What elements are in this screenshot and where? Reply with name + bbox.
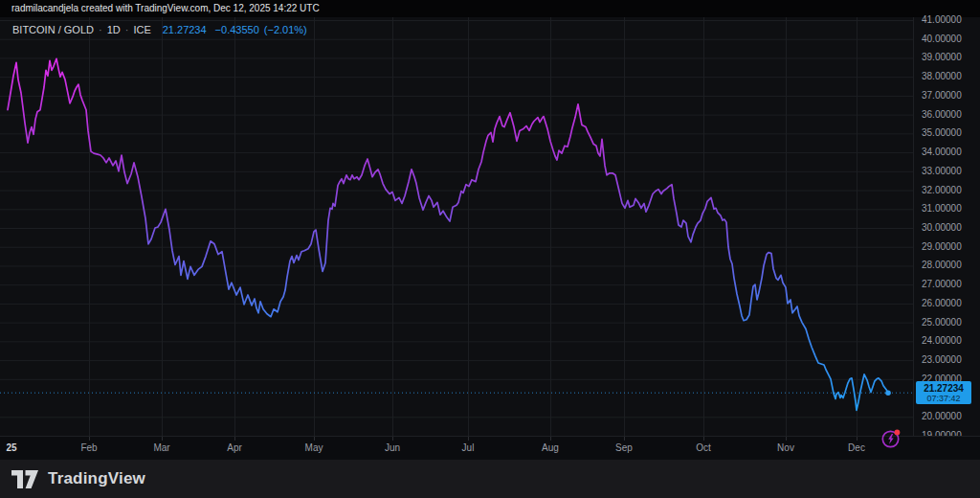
legend-separator: · <box>125 24 129 35</box>
time-axis-tick <box>857 437 858 441</box>
price-axis-label: 20.00000 <box>922 411 962 422</box>
time-axis-label: Mar <box>141 442 183 453</box>
legend-change: −0.43550 <box>215 24 259 35</box>
legend-separator: · <box>99 24 102 35</box>
price-axis-label: 25.00000 <box>922 317 962 328</box>
price-axis-label: 33.00000 <box>922 166 962 177</box>
time-axis-tick <box>314 437 315 441</box>
price-axis-label: 24.00000 <box>922 335 962 347</box>
time-axis-label: Oct <box>682 442 724 453</box>
symbol-title: BITCOIN / GOLD <box>12 24 94 35</box>
price-axis-label: 29.00000 <box>922 241 962 253</box>
time-axis-tick <box>703 437 704 441</box>
interval-label: 1D <box>107 24 121 35</box>
price-axis-label: 34.00000 <box>922 147 962 158</box>
last-price-value: 21.27234 <box>916 383 971 394</box>
attribution-text: radmilacandjela created with TradingView… <box>11 3 320 13</box>
price-axis-label: 35.00000 <box>922 127 962 139</box>
time-axis-tick <box>162 437 163 441</box>
price-axis-label: 27.00000 <box>922 279 962 290</box>
time-axis-label: Jul <box>447 442 489 453</box>
price-axis-label: 30.00000 <box>922 222 962 234</box>
last-price-label: 21.27234 07:37:42 <box>916 381 971 404</box>
attribution-bar: radmilacandjela created with TradingView… <box>0 0 980 17</box>
time-axis-tick <box>89 437 90 441</box>
price-axis-label: 28.00000 <box>922 260 962 271</box>
price-axis-label: 26.00000 <box>922 298 962 309</box>
price-axis-label: 36.00000 <box>922 109 962 121</box>
lightning-bolt-icon <box>888 434 894 444</box>
red-alert-dot-icon <box>895 430 901 436</box>
time-axis-label: Feb <box>68 442 110 453</box>
time-axis-tick <box>624 437 625 441</box>
price-axis-label: 38.00000 <box>922 71 962 82</box>
legend-last-price: 21.27234 <box>163 24 207 35</box>
symbol-legend[interactable]: BITCOIN / GOLD · 1D · ICE 21.27234 −0.43… <box>12 24 307 35</box>
time-axis-label: Aug <box>529 442 571 453</box>
time-axis-tick <box>468 437 469 441</box>
time-axis-label: Apr <box>213 442 256 453</box>
legend-change-percent: (−2.01%) <box>264 24 307 35</box>
price-axis-label: 41.00000 <box>922 14 962 26</box>
time-axis[interactable]: 25FebMarAprMayJunJulAugSepOctNovDec <box>0 436 980 461</box>
time-axis-label: Dec <box>835 442 878 453</box>
flash-icon-button[interactable] <box>880 427 902 450</box>
bar-countdown: 07:37:42 <box>916 394 971 403</box>
time-axis-label: Sep <box>603 442 645 453</box>
chart-pane[interactable]: BITCOIN / GOLD · 1D · ICE 21.27234 −0.43… <box>0 17 980 436</box>
time-axis-tick <box>392 437 393 441</box>
price-axis[interactable]: 21.27234 07:37:42 41.0000040.0000039.000… <box>913 17 980 436</box>
price-axis-label: 39.00000 <box>922 52 962 63</box>
time-axis-tick <box>786 437 787 441</box>
tradingview-logo-link[interactable]: TradingView <box>11 469 145 488</box>
footer-bar: TradingView <box>0 460 980 498</box>
time-axis-label: May <box>293 442 335 453</box>
time-axis-label: Jun <box>371 442 413 453</box>
time-axis-label: Nov <box>765 442 807 453</box>
price-axis-label: 32.00000 <box>922 185 962 196</box>
exchange-label: ICE <box>133 24 150 35</box>
price-axis-label: 23.00000 <box>922 354 962 366</box>
time-axis-tick <box>234 437 235 441</box>
tradingview-logo-icon <box>11 470 39 488</box>
time-axis-tick <box>550 437 551 441</box>
tradingview-snapshot: radmilacandjela created with TradingView… <box>0 0 980 498</box>
price-axis-label: 37.00000 <box>922 90 962 102</box>
price-axis-label: 40.00000 <box>922 34 962 45</box>
time-axis-label: 25 <box>0 442 33 453</box>
price-axis-label: 31.00000 <box>922 203 962 215</box>
tradingview-brand-text: TradingView <box>48 469 145 488</box>
price-plot[interactable] <box>0 17 980 436</box>
